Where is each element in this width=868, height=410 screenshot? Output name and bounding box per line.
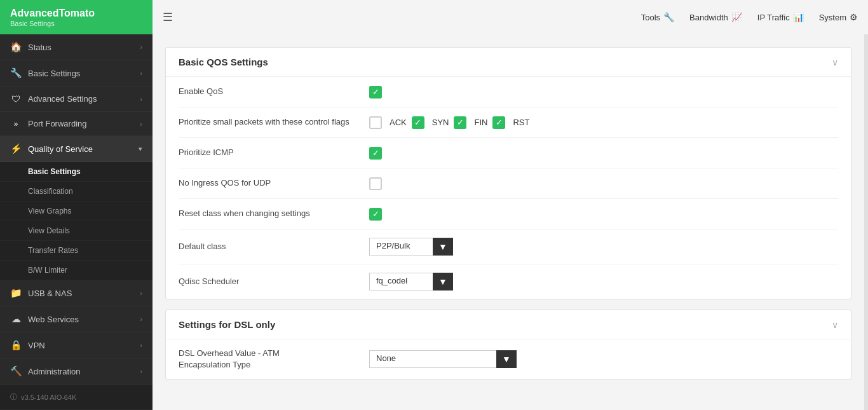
sidebar-item-label: Advanced Settings (28, 94, 140, 104)
system-label: System (819, 13, 846, 22)
sidebar-item-label: Web Services (28, 315, 140, 324)
basic-settings-icon: 🔧 (10, 67, 22, 79)
chevron-right-icon: › (140, 120, 142, 128)
enable-qos-checkbox[interactable]: ✓ (369, 86, 382, 99)
sidebar-item-label: Administration (28, 367, 140, 376)
fin-checkbox[interactable]: ✓ (454, 116, 466, 129)
ip-traffic-nav-item[interactable]: IP Traffic 📊 (757, 12, 804, 22)
sidebar-item-basic-settings[interactable]: 🔧 Basic Settings › (0, 60, 153, 86)
version-footer: ⓘ v3.5-140 AIO-64K (0, 385, 153, 409)
dsl-overhead-select-display: None (369, 350, 496, 368)
prioritize-small-row: Prioritize small packets with these cont… (179, 107, 838, 138)
sidebar-item-vpn[interactable]: 🔒 VPN › (0, 332, 153, 359)
default-class-select-wrap: P2P/Bulk ▼ (369, 238, 453, 256)
default-class-select-display: P2P/Bulk (369, 238, 433, 256)
collapse-icon-dsl[interactable]: ∨ (832, 320, 838, 330)
sidebar-sub-item-qos-classification[interactable]: Classification (0, 182, 153, 202)
collapse-icon[interactable]: ∨ (832, 57, 838, 67)
sidebar-item-web-services[interactable]: ☁ Web Services › (0, 306, 153, 332)
rst-label: RST (513, 118, 529, 127)
ip-traffic-icon: 📊 (793, 12, 804, 22)
sidebar-item-administration[interactable]: 🔨 Administration › (0, 359, 153, 385)
rst-checkbox[interactable]: ✓ (492, 116, 505, 129)
web-services-icon: ☁ (10, 313, 22, 325)
vpn-icon: 🔒 (10, 339, 22, 351)
sidebar-sub-item-qos-view-details[interactable]: View Details (0, 221, 153, 241)
main-content: Basic QOS Settings ∨ Enable QoS ✓ Priori… (153, 34, 864, 410)
sidebar-item-label: Port Forwarding (28, 119, 140, 128)
prioritize-small-label: Prioritize small packets with these cont… (179, 116, 369, 128)
chevron-right-icon: › (140, 43, 142, 51)
sidebar-item-status[interactable]: 🏠 Status › (0, 34, 153, 60)
sidebar-item-qos[interactable]: ⚡ Quality of Service ▾ (0, 136, 153, 162)
qdisc-scheduler-select-display: fq_codel (369, 273, 433, 290)
sidebar-sub-item-qos-view-graphs[interactable]: View Graphs (0, 202, 153, 221)
dsl-settings-title: Settings for DSL only (179, 319, 275, 330)
prioritize-icmp-row: Prioritize ICMP ✓ (179, 138, 838, 168)
fin-label: FIN (474, 118, 487, 127)
hamburger-icon[interactable]: ☰ (163, 10, 173, 24)
qdisc-scheduler-control: fq_codel ▼ (369, 273, 453, 290)
sidebar-item-label: Status (28, 43, 140, 52)
syn-checkbox[interactable]: ✓ (412, 116, 424, 129)
enable-qos-label: Enable QoS (179, 86, 369, 97)
checkmark-icon: ✓ (372, 148, 379, 158)
prioritize-icmp-checkbox[interactable]: ✓ (369, 147, 382, 160)
sidebar-item-port-forwarding[interactable]: » Port Forwarding › (0, 112, 153, 136)
ack-label: ACK (390, 118, 407, 127)
bandwidth-nav-item[interactable]: Bandwidth 📈 (689, 12, 742, 22)
advanced-settings-icon: 🛡 (10, 93, 22, 104)
basic-qos-card: Basic QOS Settings ∨ Enable QoS ✓ Priori… (165, 47, 851, 299)
topbar-nav: Tools 🔧 Bandwidth 📈 IP Traffic 📊 System … (641, 12, 858, 22)
ack-checkbox[interactable] (369, 116, 382, 129)
dsl-overhead-control: None ▼ (369, 350, 517, 368)
chevron-right-icon: › (140, 367, 142, 375)
sidebar-item-usb-nas[interactable]: 📁 USB & NAS › (0, 280, 153, 306)
qos-icon: ⚡ (10, 143, 22, 154)
no-ingress-udp-control (369, 177, 382, 190)
tools-nav-item[interactable]: Tools 🔧 (641, 12, 674, 22)
enable-qos-row: Enable QoS ✓ (179, 77, 838, 107)
basic-qos-body: Enable QoS ✓ Prioritize small packets wi… (166, 77, 851, 299)
qdisc-scheduler-select-btn[interactable]: ▼ (433, 273, 453, 290)
sidebar-sub-item-qos-basic[interactable]: Basic Settings (0, 162, 153, 182)
info-icon: ⓘ (10, 392, 17, 402)
app-branding: AdvancedTomato Basic Settings (0, 0, 153, 34)
reset-class-checkbox[interactable]: ✓ (369, 208, 382, 221)
sidebar-sub-item-qos-transfer-rates[interactable]: Transfer Rates (0, 241, 153, 261)
qdisc-scheduler-row: Qdisc Scheduler fq_codel ▼ (179, 264, 838, 299)
port-forwarding-icon: » (10, 120, 22, 128)
sidebar-item-advanced-settings[interactable]: 🛡 Advanced Settings › (0, 86, 153, 112)
sidebar-item-label: VPN (28, 341, 140, 350)
default-class-select-btn[interactable]: ▼ (433, 238, 453, 256)
right-scrollbar[interactable] (864, 34, 868, 410)
dsl-settings-card: Settings for DSL only ∨ DSL Overhead Val… (165, 310, 851, 379)
system-nav-item[interactable]: System ⚙ (819, 12, 858, 22)
sidebar: 🏠 Status › 🔧 Basic Settings › 🛡 Advanced… (0, 34, 153, 410)
administration-icon: 🔨 (10, 366, 22, 377)
dsl-settings-body: DSL Overhead Value - ATMEncapsulation Ty… (166, 339, 851, 379)
reset-class-row: Reset class when changing settings ✓ (179, 199, 838, 229)
syn-label: SYN (432, 118, 449, 127)
dsl-overhead-select-btn[interactable]: ▼ (496, 350, 517, 368)
status-icon: 🏠 (10, 41, 22, 53)
chevron-down-icon: ▾ (139, 145, 142, 153)
app-name: AdvancedTomato (10, 7, 142, 19)
checkmark-icon: ✓ (414, 118, 421, 127)
tools-label: Tools (641, 13, 660, 22)
sidebar-item-label: Basic Settings (28, 69, 140, 78)
reset-class-label: Reset class when changing settings (179, 208, 369, 219)
topbar: ☰ Tools 🔧 Bandwidth 📈 IP Traffic 📊 Syste… (153, 0, 868, 34)
version-label: v3.5-140 AIO-64K (21, 393, 76, 401)
checkmark-icon: ✓ (496, 118, 503, 127)
no-ingress-udp-checkbox[interactable] (369, 177, 382, 190)
chevron-right-icon: › (140, 341, 142, 349)
sidebar-sub-item-qos-bw-limiter[interactable]: B/W Limiter (0, 261, 153, 280)
reset-class-control: ✓ (369, 208, 382, 221)
prioritize-icmp-label: Prioritize ICMP (179, 147, 369, 158)
prioritize-icmp-control: ✓ (369, 147, 382, 160)
no-ingress-udp-label: No Ingress QOS for UDP (179, 177, 369, 189)
app-subtitle: Basic Settings (10, 20, 142, 27)
qdisc-scheduler-select-wrap: fq_codel ▼ (369, 273, 453, 290)
usb-nas-icon: 📁 (10, 287, 22, 299)
